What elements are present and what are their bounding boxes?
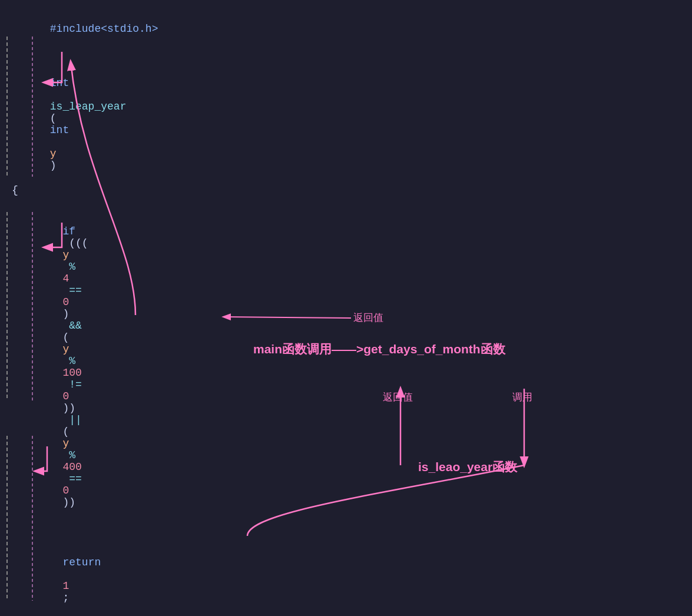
- func-is-leap-year: is_leap_year: [50, 101, 127, 112]
- line-if1: if ((( y % 4 == 0 ) && ( y % 100 != 0 ))…: [0, 201, 692, 532]
- keyword-int: int: [50, 77, 69, 89]
- line-include: #include<stdio.h>: [0, 11, 692, 47]
- line-blank1: [0, 47, 692, 65]
- code-editor: #include<stdio.h> int is_leap_year ( int…: [0, 0, 692, 616]
- line-func1-decl: int is_leap_year ( int y ): [0, 65, 692, 184]
- include-directive: #include<stdio.h>: [50, 23, 158, 35]
- line-brace1-open: {: [0, 184, 692, 201]
- line-return1: return 1 ;: [0, 532, 692, 616]
